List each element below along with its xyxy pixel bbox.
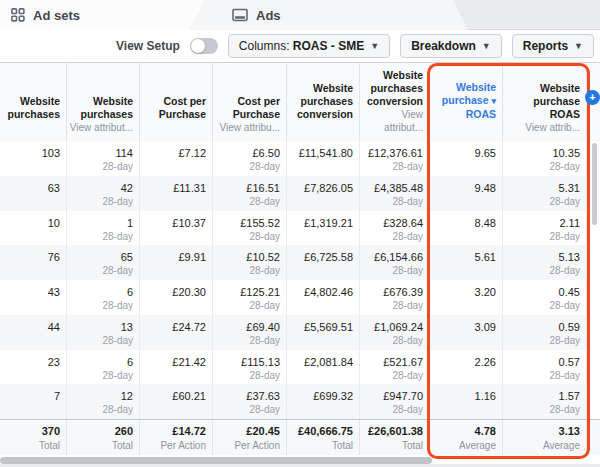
cell-attribution-label: 28-day: [102, 334, 133, 347]
add-column-button[interactable]: +: [585, 90, 600, 105]
table-cell: £4,385.4828-day: [360, 176, 430, 211]
sort-descending-icon: ▾: [491, 96, 496, 106]
table-header-cell[interactable]: Website purchases conversion: [287, 63, 360, 141]
table-row: 10128-day£10.37£155.5228-day£1,319.21£32…: [0, 211, 600, 246]
table-cell: 3.20: [430, 280, 503, 315]
table-cell: £115.1328-day: [213, 350, 287, 385]
footer-cell: £40,666.75Total: [287, 420, 360, 455]
cell-value: £5,569.51: [304, 320, 353, 334]
table-cell: 628-day: [67, 280, 140, 315]
table-cell: £9.91: [140, 245, 213, 280]
table-cell: 5.1328-day: [503, 245, 587, 280]
view-setup-label: View Setup: [116, 39, 180, 53]
cell-attribution-label: 28-day: [102, 299, 133, 312]
cell-value: 9.48: [475, 181, 496, 195]
table-cell: 1328-day: [67, 315, 140, 350]
table-cell: 103: [0, 141, 67, 176]
cell-value: 9.65: [475, 146, 496, 160]
table-header-cell[interactable]: Website purchasesView attribut...: [67, 63, 140, 141]
table-header-cell[interactable]: Cost per Purchase: [140, 63, 213, 141]
metrics-table: Website purchasesWebsite purchasesView a…: [0, 62, 600, 455]
cell-attribution-label: 28-day: [392, 334, 423, 347]
cell-value: £125.21: [240, 285, 280, 299]
table-footer-row: 370Total260Total£14.72Per Action£20.45Pe…: [0, 419, 600, 455]
table-header-cell[interactable]: Website purchase ▾ ROAS: [430, 63, 503, 141]
cell-attribution-label: 28-day: [249, 264, 280, 277]
table-row: 23628-day£21.42£115.1328-day£2,081.84£52…: [0, 350, 600, 385]
reports-button[interactable]: Reports ▼: [512, 34, 594, 58]
cell-value: £1,319.21: [304, 216, 353, 230]
table-row: 43628-day£20.30£125.2128-day£4,802.46£67…: [0, 280, 600, 315]
row-gutter: [587, 280, 600, 315]
tab-ads[interactable]: Ads: [232, 0, 281, 30]
table-cell: £10.5228-day: [213, 245, 287, 280]
table-cell: £7.12: [140, 141, 213, 176]
cell-value: 10.35: [552, 146, 580, 160]
chevron-down-icon: ▼: [574, 42, 583, 51]
footer-label: Average: [459, 439, 496, 452]
cell-value: £155.52: [240, 216, 280, 230]
cell-value: 43: [48, 285, 60, 299]
cell-value: £7.12: [178, 146, 206, 160]
row-gutter: [587, 245, 600, 280]
cell-value: 65: [121, 250, 133, 264]
footer-cell: £26,601.38Total: [360, 420, 430, 455]
view-setup-toggle[interactable]: [190, 38, 218, 54]
columns-button[interactable]: Columns: ROAS - SME ▼: [228, 34, 390, 58]
cell-value: 12: [121, 389, 133, 403]
table-cell: 7: [0, 384, 67, 419]
cell-attribution-label: 28-day: [249, 334, 280, 347]
cell-value: £10.37: [172, 216, 206, 230]
table-header-cell[interactable]: Website purchases: [0, 63, 67, 141]
attribution-setting-label: View attribut...: [362, 108, 423, 134]
table-body: 10311428-day£7.12£6.5028-day£11,541.80£1…: [0, 141, 600, 419]
breakdown-button-label: Breakdown: [411, 39, 476, 53]
table-cell: £11,541.80: [287, 141, 360, 176]
footer-gutter: [587, 420, 600, 455]
cell-value: £521.67: [383, 355, 423, 369]
cell-value: 6: [127, 355, 133, 369]
attribution-setting-label: View attrib...: [525, 121, 580, 134]
column-title: Website purchase ▾ ROAS: [432, 81, 496, 121]
table-header-cell[interactable]: Website purchase ROASView attrib...: [503, 63, 587, 141]
table-cell: 2.26: [430, 350, 503, 385]
cell-value: £6,154.66: [374, 250, 423, 264]
breakdown-button[interactable]: Breakdown ▼: [400, 34, 502, 58]
table-cell: £699.32: [287, 384, 360, 419]
table-cell: £6,725.58: [287, 245, 360, 280]
cell-value: £20.30: [172, 285, 206, 299]
cell-attribution-label: 28-day: [549, 299, 580, 312]
table-cell: £12,376.6128-day: [360, 141, 430, 176]
table-header-cell[interactable]: Cost per PurchaseView attribu...: [213, 63, 287, 141]
cell-value: £60.21: [172, 389, 206, 403]
ads-card-icon: [232, 8, 248, 22]
cell-value: £6.50: [252, 146, 280, 160]
cell-value: 44: [48, 320, 60, 334]
footer-value: 370: [42, 424, 60, 439]
vertical-scrollbar-thumb[interactable]: [592, 143, 597, 225]
columns-button-prefix: Columns:: [239, 39, 290, 53]
table-cell: £69.4028-day: [213, 315, 287, 350]
cell-attribution-label: 28-day: [392, 264, 423, 277]
table-cell: £4,802.46: [287, 280, 360, 315]
cell-value: £16.51: [246, 181, 280, 195]
cell-attribution-label: 28-day: [392, 369, 423, 382]
footer-cell: 4.78Average: [430, 420, 503, 455]
cell-attribution-label: 28-day: [249, 230, 280, 243]
cell-value: 3.09: [475, 320, 496, 334]
table-header-cell[interactable]: Website purchases conversionView attribu…: [360, 63, 430, 141]
cell-value: £69.40: [246, 320, 280, 334]
horizontal-scrollbar-thumb[interactable]: [0, 457, 432, 464]
cell-value: 1: [127, 216, 133, 230]
cell-attribution-label: 28-day: [249, 369, 280, 382]
table-cell: £2,081.84: [287, 350, 360, 385]
footer-label: Average: [543, 439, 580, 452]
table-row: 766528-day£9.91£10.5228-day£6,725.58£6,1…: [0, 245, 600, 280]
cell-attribution-label: 28-day: [102, 264, 133, 277]
cell-value: £676.39: [383, 285, 423, 299]
cell-value: £4,385.48: [374, 181, 423, 195]
footer-label: Total: [332, 439, 353, 452]
cell-value: 8.48: [475, 216, 496, 230]
cell-value: £2,081.84: [304, 355, 353, 369]
tab-ad-sets[interactable]: Ad sets: [11, 0, 80, 30]
